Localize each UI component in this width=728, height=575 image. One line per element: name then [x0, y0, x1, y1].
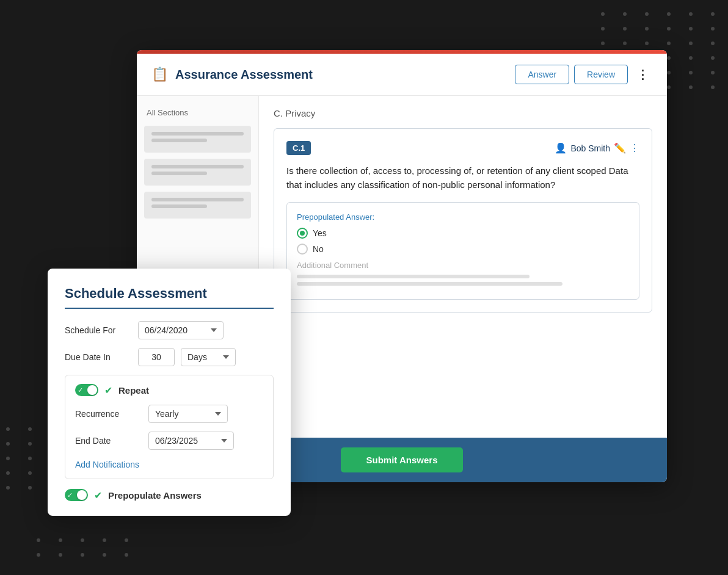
recurrence-select[interactable]: Daily Weekly Monthly Yearly [148, 405, 228, 423]
assignee-area: 👤 Bob Smith ✏️ ⋮ [555, 142, 639, 154]
answer-area: Prepopulated Answer: Yes No Additional C… [286, 202, 639, 300]
repeat-toggle[interactable]: ✓ [75, 384, 98, 396]
assignee-name: Bob Smith [570, 143, 610, 153]
modal-title: Schedule Assessment [65, 286, 274, 302]
modal-divider [65, 308, 274, 309]
yes-radio[interactable] [297, 228, 308, 239]
add-notifications-link[interactable]: Add Notifications [75, 460, 139, 469]
toggle-knob [87, 385, 97, 395]
end-date-row: End Date 06/23/2025 [75, 432, 263, 450]
more-menu-button[interactable]: ⋮ [633, 65, 652, 84]
placeholder-line [151, 172, 207, 175]
sidebar-heading: All Sections [144, 108, 251, 117]
placeholder-line [151, 198, 244, 201]
repeat-label: Repeat [118, 385, 149, 396]
end-date-label: End Date [75, 436, 142, 446]
repeat-check-icon: ✔ [104, 385, 112, 396]
repeat-header: ✓ ✔ Repeat [75, 384, 263, 396]
recurrence-row: Recurrence Daily Weekly Monthly Yearly [75, 405, 263, 423]
title-area: 📋 Assurance Assessment [151, 67, 313, 82]
toggle-check-icon: ✓ [78, 386, 83, 394]
recurrence-label: Recurrence [75, 409, 142, 419]
comment-placeholder-line [297, 275, 530, 278]
answer-tab[interactable]: Answer [515, 65, 569, 84]
schedule-for-label: Schedule For [65, 325, 132, 335]
due-date-number-input[interactable] [138, 348, 175, 366]
due-date-unit-select[interactable]: Days Weeks Months [181, 348, 236, 366]
toggle-check-icon: ✓ [67, 491, 73, 499]
additional-comment-label: Additional Comment [297, 261, 629, 270]
placeholder-line [151, 204, 207, 208]
prepopulate-row: ✓ ✔ Prepopulate Answers [65, 489, 274, 501]
yes-label: Yes [313, 228, 327, 238]
question-card: C.1 👤 Bob Smith ✏️ ⋮ Is there collection… [274, 128, 652, 313]
section-heading: C. Privacy [274, 108, 652, 118]
user-icon: 👤 [555, 142, 567, 154]
due-date-row: Due Date In Days Weeks Months [65, 348, 274, 366]
due-date-label: Due Date In [65, 352, 132, 362]
placeholder-line [151, 139, 207, 142]
main-content: C. Privacy C.1 👤 Bob Smith ✏️ ⋮ Is there… [259, 96, 667, 438]
page-title: Assurance Assessment [175, 68, 313, 82]
yes-option[interactable]: Yes [297, 228, 629, 239]
prepopulate-label: Prepopulate Answers [108, 490, 202, 501]
question-header: C.1 👤 Bob Smith ✏️ ⋮ [286, 141, 639, 155]
list-item[interactable] [144, 126, 251, 153]
list-item[interactable] [144, 192, 251, 219]
no-label: No [313, 244, 324, 254]
prepopulate-toggle[interactable]: ✓ [65, 489, 88, 501]
question-text: Is there collection of, access to, proce… [286, 164, 639, 192]
schedule-for-row: Schedule For 06/24/2020 [65, 321, 274, 339]
placeholder-line [151, 132, 244, 136]
edit-icon[interactable]: ✏️ [614, 142, 626, 154]
prepopulate-check-icon: ✔ [94, 490, 102, 501]
review-tab[interactable]: Review [574, 65, 628, 84]
schedule-for-select[interactable]: 06/24/2020 [138, 321, 224, 339]
document-icon: 📋 [151, 67, 168, 82]
question-more-icon[interactable]: ⋮ [630, 142, 639, 154]
comment-placeholder-line [297, 282, 562, 286]
window-header: 📋 Assurance Assessment Answer Review ⋮ [137, 54, 667, 96]
toggle-knob [77, 490, 87, 500]
placeholder-line [151, 165, 244, 168]
question-badge: C.1 [286, 141, 311, 155]
header-actions: Answer Review ⋮ [515, 65, 652, 84]
submit-answers-button[interactable]: Submit Answers [341, 447, 463, 472]
no-option[interactable]: No [297, 244, 629, 255]
no-radio[interactable] [297, 244, 308, 255]
prepopulated-label: Prepopulated Answer: [297, 212, 629, 222]
list-item[interactable] [144, 159, 251, 186]
schedule-modal: Schedule Assessment Schedule For 06/24/2… [48, 269, 291, 516]
end-date-select[interactable]: 06/23/2025 [148, 432, 234, 450]
repeat-box: ✓ ✔ Repeat Recurrence Daily Weekly Month… [65, 375, 274, 479]
